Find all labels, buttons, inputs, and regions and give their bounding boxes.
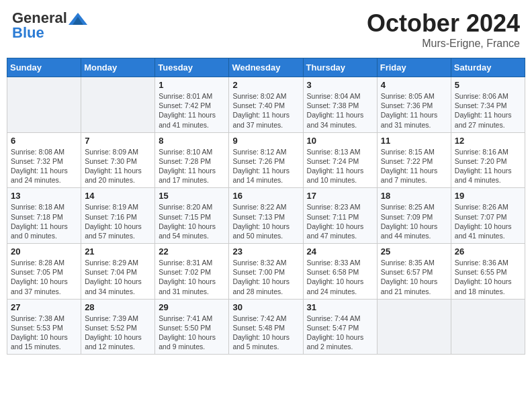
day-info: Sunrise: 8:31 AMSunset: 7:02 PMDaylight:…: [159, 258, 225, 296]
day-cell: 17Sunrise: 8:23 AMSunset: 7:11 PMDayligh…: [303, 188, 377, 244]
logo-icon: [69, 13, 87, 25]
day-number: 20: [11, 246, 77, 257]
day-info: Sunrise: 8:28 AMSunset: 7:05 PMDaylight:…: [11, 258, 77, 296]
day-cell: 22Sunrise: 8:31 AMSunset: 7:02 PMDayligh…: [155, 244, 229, 300]
day-number: 9: [232, 136, 299, 146]
day-number: 25: [381, 246, 447, 257]
week-row-4: 27Sunrise: 7:38 AMSunset: 5:53 PMDayligh…: [7, 299, 525, 355]
day-cell: 31Sunrise: 7:44 AMSunset: 5:47 PMDayligh…: [303, 299, 377, 355]
day-cell: 16Sunrise: 8:22 AMSunset: 7:13 PMDayligh…: [229, 188, 303, 244]
day-info: Sunrise: 8:04 AMSunset: 7:38 PMDaylight:…: [307, 91, 373, 130]
day-cell: 3Sunrise: 8:04 AMSunset: 7:38 PMDaylight…: [303, 77, 377, 133]
day-info: Sunrise: 7:39 AMSunset: 5:52 PMDaylight:…: [85, 314, 151, 352]
day-cell: [81, 77, 155, 133]
day-cell: 26Sunrise: 8:36 AMSunset: 6:55 PMDayligh…: [451, 244, 525, 300]
day-number: 11: [381, 136, 447, 146]
weekday-header-monday: Monday: [81, 58, 155, 77]
day-number: 22: [159, 246, 225, 257]
day-info: Sunrise: 8:16 AMSunset: 7:20 PMDaylight:…: [455, 147, 521, 185]
day-info: Sunrise: 8:29 AMSunset: 7:04 PMDaylight:…: [85, 258, 151, 296]
weekday-header-row: SundayMondayTuesdayWednesdayThursdayFrid…: [7, 58, 525, 77]
day-number: 29: [159, 302, 225, 312]
day-number: 17: [307, 191, 373, 201]
day-number: 18: [381, 191, 447, 201]
day-cell: 30Sunrise: 7:42 AMSunset: 5:48 PMDayligh…: [229, 299, 303, 355]
day-number: 2: [232, 80, 299, 90]
day-cell: [7, 77, 81, 133]
day-number: 19: [455, 191, 521, 201]
day-number: 5: [455, 80, 521, 90]
day-cell: 10Sunrise: 8:13 AMSunset: 7:24 PMDayligh…: [303, 132, 377, 188]
day-number: 10: [307, 136, 373, 146]
day-number: 15: [159, 191, 225, 201]
day-number: 27: [11, 302, 77, 312]
day-info: Sunrise: 8:06 AMSunset: 7:34 PMDaylight:…: [455, 91, 521, 130]
day-info: Sunrise: 7:38 AMSunset: 5:53 PMDaylight:…: [11, 314, 77, 352]
day-info: Sunrise: 8:25 AMSunset: 7:09 PMDaylight:…: [381, 202, 447, 240]
day-info: Sunrise: 8:33 AMSunset: 6:58 PMDaylight:…: [307, 258, 373, 296]
day-info: Sunrise: 8:18 AMSunset: 7:18 PMDaylight:…: [11, 202, 77, 240]
day-cell: 1Sunrise: 8:01 AMSunset: 7:42 PMDaylight…: [155, 77, 229, 133]
title-area: October 2024 Murs-Erigne, France: [367, 9, 520, 50]
day-info: Sunrise: 8:36 AMSunset: 6:55 PMDaylight:…: [455, 258, 521, 296]
day-cell: 12Sunrise: 8:16 AMSunset: 7:20 PMDayligh…: [451, 132, 525, 188]
day-info: Sunrise: 8:13 AMSunset: 7:24 PMDaylight:…: [307, 147, 373, 185]
weekday-header-wednesday: Wednesday: [229, 58, 303, 77]
day-cell: 18Sunrise: 8:25 AMSunset: 7:09 PMDayligh…: [377, 188, 451, 244]
day-info: Sunrise: 8:26 AMSunset: 7:07 PMDaylight:…: [455, 202, 521, 240]
day-info: Sunrise: 8:35 AMSunset: 6:57 PMDaylight:…: [381, 258, 447, 296]
day-number: 26: [455, 246, 521, 257]
logo: General Blue: [12, 9, 87, 42]
day-cell: 13Sunrise: 8:18 AMSunset: 7:18 PMDayligh…: [7, 188, 81, 244]
location-title: Murs-Erigne, France: [367, 38, 520, 50]
day-cell: 5Sunrise: 8:06 AMSunset: 7:34 PMDaylight…: [451, 77, 525, 133]
day-cell: 6Sunrise: 8:08 AMSunset: 7:32 PMDaylight…: [7, 132, 81, 188]
day-number: 21: [85, 246, 151, 257]
day-info: Sunrise: 8:32 AMSunset: 7:00 PMDaylight:…: [232, 258, 299, 296]
day-cell: 9Sunrise: 8:12 AMSunset: 7:26 PMDaylight…: [229, 132, 303, 188]
month-title: October 2024: [367, 9, 520, 38]
day-info: Sunrise: 8:19 AMSunset: 7:16 PMDaylight:…: [85, 202, 151, 240]
day-cell: 7Sunrise: 8:09 AMSunset: 7:30 PMDaylight…: [81, 132, 155, 188]
day-cell: [377, 299, 451, 355]
day-info: Sunrise: 8:12 AMSunset: 7:26 PMDaylight:…: [232, 147, 299, 185]
day-cell: 15Sunrise: 8:20 AMSunset: 7:15 PMDayligh…: [155, 188, 229, 244]
day-cell: 8Sunrise: 8:10 AMSunset: 7:28 PMDaylight…: [155, 132, 229, 188]
week-row-2: 13Sunrise: 8:18 AMSunset: 7:18 PMDayligh…: [7, 188, 525, 244]
day-number: 4: [381, 80, 447, 90]
day-info: Sunrise: 8:22 AMSunset: 7:13 PMDaylight:…: [232, 202, 299, 240]
week-row-1: 6Sunrise: 8:08 AMSunset: 7:32 PMDaylight…: [7, 132, 525, 188]
day-number: 8: [159, 136, 225, 146]
day-number: 3: [307, 80, 373, 90]
day-info: Sunrise: 8:05 AMSunset: 7:36 PMDaylight:…: [381, 91, 447, 130]
day-number: 6: [11, 136, 77, 146]
calendar-table: SundayMondayTuesdayWednesdayThursdayFrid…: [7, 58, 525, 355]
week-row-0: 1Sunrise: 8:01 AMSunset: 7:42 PMDaylight…: [7, 77, 525, 133]
weekday-header-saturday: Saturday: [451, 58, 525, 77]
day-number: 28: [85, 302, 151, 312]
header: General Blue October 2024 Murs-Erigne, F…: [7, 7, 525, 52]
day-number: 30: [232, 302, 299, 312]
day-cell: 11Sunrise: 8:15 AMSunset: 7:22 PMDayligh…: [377, 132, 451, 188]
weekday-header-sunday: Sunday: [7, 58, 81, 77]
day-number: 23: [232, 246, 299, 257]
day-info: Sunrise: 8:10 AMSunset: 7:28 PMDaylight:…: [159, 147, 225, 185]
day-number: 16: [232, 191, 299, 201]
day-cell: 14Sunrise: 8:19 AMSunset: 7:16 PMDayligh…: [81, 188, 155, 244]
day-info: Sunrise: 7:41 AMSunset: 5:50 PMDaylight:…: [159, 314, 225, 352]
week-row-3: 20Sunrise: 8:28 AMSunset: 7:05 PMDayligh…: [7, 244, 525, 300]
day-info: Sunrise: 8:08 AMSunset: 7:32 PMDaylight:…: [11, 147, 77, 185]
day-cell: 29Sunrise: 7:41 AMSunset: 5:50 PMDayligh…: [155, 299, 229, 355]
day-info: Sunrise: 8:09 AMSunset: 7:30 PMDaylight:…: [85, 147, 151, 185]
day-cell: 27Sunrise: 7:38 AMSunset: 5:53 PMDayligh…: [7, 299, 81, 355]
day-cell: 2Sunrise: 8:02 AMSunset: 7:40 PMDaylight…: [229, 77, 303, 133]
day-info: Sunrise: 8:02 AMSunset: 7:40 PMDaylight:…: [232, 91, 299, 130]
day-cell: 24Sunrise: 8:33 AMSunset: 6:58 PMDayligh…: [303, 244, 377, 300]
day-number: 1: [159, 80, 225, 90]
day-info: Sunrise: 8:15 AMSunset: 7:22 PMDaylight:…: [381, 147, 447, 185]
weekday-header-thursday: Thursday: [303, 58, 377, 77]
day-number: 7: [85, 136, 151, 146]
day-cell: 28Sunrise: 7:39 AMSunset: 5:52 PMDayligh…: [81, 299, 155, 355]
day-number: 13: [11, 191, 77, 201]
logo-blue-text: Blue: [12, 24, 44, 42]
